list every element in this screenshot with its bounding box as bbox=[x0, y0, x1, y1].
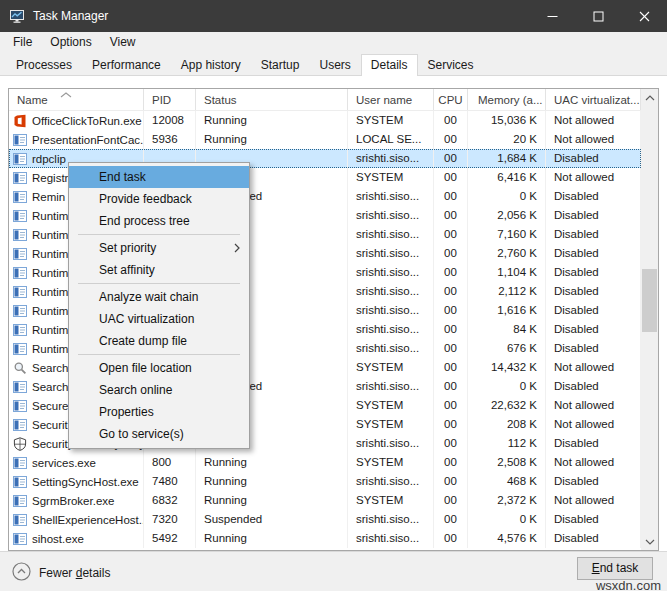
cell-memory: 468 K bbox=[468, 472, 546, 491]
cell-memory: 112 K bbox=[468, 434, 546, 453]
footer-bar: Fewer details End task wsxdn.com bbox=[0, 551, 667, 591]
cell-uac: Not allowed bbox=[546, 415, 641, 434]
cell-memory: 14,432 K bbox=[468, 358, 546, 377]
cell-uac: Not allowed bbox=[546, 168, 641, 187]
vertical-scrollbar[interactable] bbox=[641, 89, 658, 550]
tab-startup[interactable]: Startup bbox=[251, 54, 310, 76]
process-name: OfficeClickToRun.exe bbox=[32, 112, 142, 130]
cell-uac: Disabled bbox=[546, 377, 641, 396]
cell-cpu: 00 bbox=[434, 301, 468, 320]
cell-cpu: 00 bbox=[434, 111, 468, 130]
context-menu-item-set-priority[interactable]: Set priority bbox=[69, 237, 249, 259]
cell-cpu: 00 bbox=[434, 282, 468, 301]
tab-details[interactable]: Details bbox=[361, 54, 418, 76]
context-menu-item-end-task[interactable]: End task bbox=[69, 166, 249, 188]
context-menu-item-open-file-location[interactable]: Open file location bbox=[69, 357, 249, 379]
shield-icon bbox=[13, 437, 27, 451]
fewer-details-toggle[interactable]: Fewer details bbox=[12, 562, 110, 584]
column-header-name[interactable]: Name bbox=[9, 89, 144, 110]
table-header: NamePIDStatusUser nameCPUMemory (a...UAC… bbox=[9, 89, 641, 111]
cell-cpu: 00 bbox=[434, 244, 468, 263]
cell-memory: 1,616 K bbox=[468, 301, 546, 320]
tab-processes[interactable]: Processes bbox=[6, 54, 82, 76]
context-menu-item-go-to-service-s[interactable]: Go to service(s) bbox=[69, 423, 249, 445]
table-row[interactable]: PresentationFontCac...5936RunningLOCAL S… bbox=[9, 130, 641, 149]
cell-cpu: 00 bbox=[434, 434, 468, 453]
cell-pid: 5492 bbox=[144, 529, 196, 548]
end-task-button[interactable]: End task bbox=[577, 557, 653, 580]
table-row[interactable]: sihost.exe5492Runningsrishti.siso...004,… bbox=[9, 529, 641, 548]
cell-cpu: 00 bbox=[434, 472, 468, 491]
cell-uac: Disabled bbox=[546, 510, 641, 529]
cell-uac: Disabled bbox=[546, 187, 641, 206]
window-controls bbox=[529, 0, 667, 32]
column-header-status[interactable]: Status bbox=[196, 89, 348, 110]
context-menu-item-search-online[interactable]: Search online bbox=[69, 379, 249, 401]
cell-cpu: 00 bbox=[434, 168, 468, 187]
cell-memory: 20 K bbox=[468, 130, 546, 149]
cell-name: SettingSyncHost.exe bbox=[9, 472, 144, 491]
scroll-down-icon[interactable] bbox=[641, 533, 658, 550]
title-bar: Task Manager bbox=[0, 0, 667, 32]
exe-icon bbox=[13, 247, 27, 261]
exe-icon bbox=[13, 494, 27, 508]
cell-name: sihost.exe bbox=[9, 529, 144, 548]
column-header-label: CPU bbox=[438, 94, 462, 106]
process-name: Runtim bbox=[32, 283, 68, 301]
context-menu: End taskProvide feedbackEnd process tree… bbox=[68, 162, 250, 449]
scrollbar-thumb[interactable] bbox=[642, 269, 657, 332]
table-row[interactable]: services.exe800RunningSYSTEM002,508 KNot… bbox=[9, 453, 641, 472]
tab-app-history[interactable]: App history bbox=[171, 54, 251, 76]
cell-user: SYSTEM bbox=[348, 491, 434, 510]
exe-icon bbox=[13, 513, 27, 527]
menu-view[interactable]: View bbox=[101, 35, 145, 49]
menu-options[interactable]: Options bbox=[41, 35, 100, 49]
cell-memory: 676 K bbox=[468, 339, 546, 358]
table-row[interactable]: SgrmBroker.exe6832RunningSYSTEM002,372 K… bbox=[9, 491, 641, 510]
cell-uac: Not allowed bbox=[546, 111, 641, 130]
cell-user: srishti.siso... bbox=[348, 149, 434, 168]
context-menu-item-end-process-tree[interactable]: End process tree bbox=[69, 210, 249, 232]
column-header-cpu[interactable]: CPU bbox=[434, 89, 468, 110]
column-header-memory-a[interactable]: Memory (a... bbox=[468, 89, 546, 110]
exe-icon bbox=[13, 532, 27, 546]
column-header-label: Status bbox=[204, 94, 237, 106]
tab-services[interactable]: Services bbox=[418, 54, 484, 76]
context-menu-item-create-dump-file[interactable]: Create dump file bbox=[69, 330, 249, 352]
context-menu-item-uac-virtualization[interactable]: UAC virtualization bbox=[69, 308, 249, 330]
cell-user: srishti.siso... bbox=[348, 510, 434, 529]
process-name: Runtim bbox=[32, 207, 68, 225]
context-menu-item-provide-feedback[interactable]: Provide feedback bbox=[69, 188, 249, 210]
table-row[interactable]: OfficeClickToRun.exe12008RunningSYSTEM00… bbox=[9, 111, 641, 130]
table-row[interactable]: SettingSyncHost.exe7480Runningsrishti.si… bbox=[9, 472, 641, 491]
exe-icon bbox=[13, 266, 27, 280]
process-name: Runtim bbox=[32, 245, 68, 263]
cell-user: srishti.siso... bbox=[348, 529, 434, 548]
cell-uac: Disabled bbox=[546, 301, 641, 320]
process-name: Search bbox=[32, 359, 68, 377]
exe-icon bbox=[13, 323, 27, 337]
cell-uac: Disabled bbox=[546, 244, 641, 263]
maximize-button[interactable] bbox=[575, 0, 621, 32]
context-menu-item-properties[interactable]: Properties bbox=[69, 401, 249, 423]
cell-memory: 0 K bbox=[468, 377, 546, 396]
cell-status: Running bbox=[196, 472, 348, 491]
exe-icon bbox=[13, 190, 27, 204]
cell-uac: Not allowed bbox=[546, 358, 641, 377]
scroll-up-icon[interactable] bbox=[641, 89, 658, 106]
close-button[interactable] bbox=[621, 0, 667, 32]
column-header-uac-virtualizat[interactable]: UAC virtualizat... bbox=[546, 89, 641, 110]
table-row[interactable]: ShellExperienceHost...7320Suspendedsrish… bbox=[9, 510, 641, 529]
process-name: Secure bbox=[32, 397, 68, 415]
process-name: Runtim bbox=[32, 302, 68, 320]
column-header-pid[interactable]: PID bbox=[144, 89, 196, 110]
minimize-button[interactable] bbox=[529, 0, 575, 32]
context-menu-item-analyze-wait-chain[interactable]: Analyze wait chain bbox=[69, 286, 249, 308]
tab-users[interactable]: Users bbox=[309, 54, 360, 76]
tab-performance[interactable]: Performance bbox=[82, 54, 171, 76]
cell-pid: 800 bbox=[144, 453, 196, 472]
column-header-user-name[interactable]: User name bbox=[348, 89, 434, 110]
exe-icon bbox=[13, 418, 27, 432]
menu-file[interactable]: File bbox=[4, 35, 41, 49]
context-menu-item-set-affinity[interactable]: Set affinity bbox=[69, 259, 249, 281]
